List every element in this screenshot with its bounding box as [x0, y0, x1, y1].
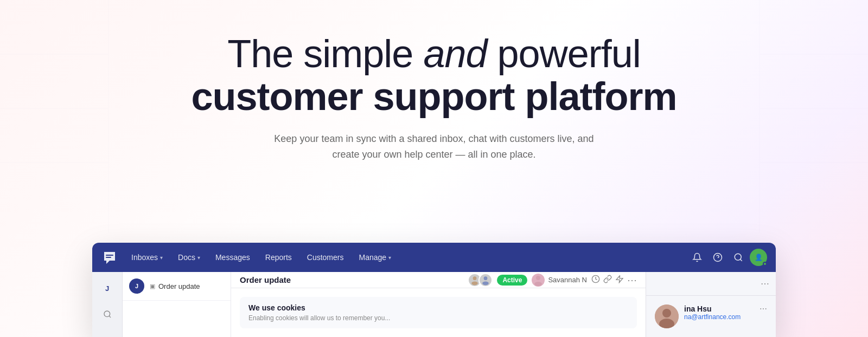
conversation-avatar: J: [129, 278, 144, 294]
nav-messages[interactable]: Messages: [209, 250, 257, 265]
svg-point-15: [472, 281, 478, 285]
user-avatar-2: [478, 273, 493, 287]
chat-header-actions: Active Savannah N: [468, 273, 637, 287]
contact-name: ina Hsu: [684, 304, 754, 313]
hero-subtitle: Keep your team in sync with a shared inb…: [266, 131, 602, 163]
contact-menu-button[interactable]: ⋯: [760, 304, 767, 313]
svg-point-12: [104, 311, 110, 317]
search-icon[interactable]: [729, 248, 748, 267]
app-logo[interactable]: [101, 249, 118, 266]
app-sidebar: J: [92, 272, 123, 337]
conversation-title: ▣ Order update: [150, 282, 200, 290]
contact-card: ina Hsu na@artfinance.com ⋯: [646, 296, 776, 337]
assignee-avatar: [532, 274, 545, 287]
more-options-icon[interactable]: ⋯: [761, 278, 769, 289]
app-mockup: Inboxes ▾ Docs ▾ Messages Reports Custom…: [92, 243, 776, 337]
bell-icon[interactable]: [688, 248, 706, 267]
clock-icon[interactable]: [591, 275, 600, 286]
svg-line-13: [109, 316, 111, 317]
chevron-down-icon: ▾: [388, 255, 391, 261]
svg-point-16: [484, 276, 488, 280]
user-avatar[interactable]: 👤: [750, 249, 767, 266]
sidebar-item-search[interactable]: [98, 304, 117, 324]
sidebar-item-j[interactable]: J: [98, 278, 117, 298]
nav-customers[interactable]: Customers: [301, 250, 350, 265]
help-icon[interactable]: [709, 248, 727, 267]
nav-inboxes[interactable]: Inboxes ▾: [125, 250, 169, 265]
svg-point-22: [662, 309, 671, 317]
document-icon: ▣: [150, 283, 155, 290]
app-window: Inboxes ▾ Docs ▾ Messages Reports Custom…: [92, 243, 776, 337]
nav-docs[interactable]: Docs ▾: [171, 250, 207, 265]
contact-info: ina Hsu na@artfinance.com: [684, 304, 754, 321]
svg-point-17: [483, 281, 489, 285]
more-icon[interactable]: ⋯: [627, 274, 637, 286]
svg-line-11: [740, 259, 742, 261]
right-panel: ⋯ ina Hsu na@artfinance.com ⋯: [646, 272, 776, 337]
hero-title-line2: customer support platform: [0, 75, 868, 118]
conversation-list: J ▣ Order update: [123, 272, 231, 337]
conversation-item[interactable]: J ▣ Order update: [123, 272, 231, 301]
svg-point-18: [536, 276, 540, 280]
chat-body: We use cookies Enabling cookies will all…: [231, 288, 646, 337]
avatar-stack: [468, 273, 493, 287]
chat-main: Order update Active: [231, 272, 646, 337]
assignee-name: Savannah N: [548, 276, 587, 284]
contact-email: na@artfinance.com: [684, 313, 754, 321]
nav-icons: 👤: [688, 248, 767, 267]
right-panel-header: ⋯: [646, 272, 776, 296]
nav-reports[interactable]: Reports: [259, 250, 298, 265]
chevron-down-icon: ▾: [197, 255, 200, 261]
assignee-section: Savannah N: [532, 274, 587, 287]
chat-title: Order update: [240, 275, 461, 284]
contact-avatar: [655, 304, 679, 328]
chat-action-icons: ⋯: [591, 274, 637, 286]
chevron-down-icon: ▾: [160, 255, 163, 261]
cookie-notice-title: We use cookies: [248, 303, 628, 312]
svg-point-19: [534, 282, 542, 286]
hero-title-line1: The simple and powerful: [0, 33, 868, 75]
nav-manage[interactable]: Manage ▾: [352, 250, 398, 265]
app-navbar: Inboxes ▾ Docs ▾ Messages Reports Custom…: [92, 243, 776, 272]
link-icon[interactable]: [603, 275, 612, 286]
hero-section: The simple and powerful customer support…: [0, 0, 868, 163]
online-indicator: [763, 262, 767, 266]
status-badge: Active: [497, 275, 527, 286]
cookie-notice: We use cookies Enabling cookies will all…: [240, 297, 637, 328]
lightning-icon[interactable]: [615, 275, 624, 286]
app-body: J J ▣ Order update: [92, 272, 776, 337]
chat-header: Order update Active: [231, 272, 646, 288]
svg-point-14: [473, 276, 477, 280]
svg-point-10: [735, 254, 741, 260]
cookie-notice-text: Enabling cookies will allow us to rememb…: [248, 314, 628, 322]
